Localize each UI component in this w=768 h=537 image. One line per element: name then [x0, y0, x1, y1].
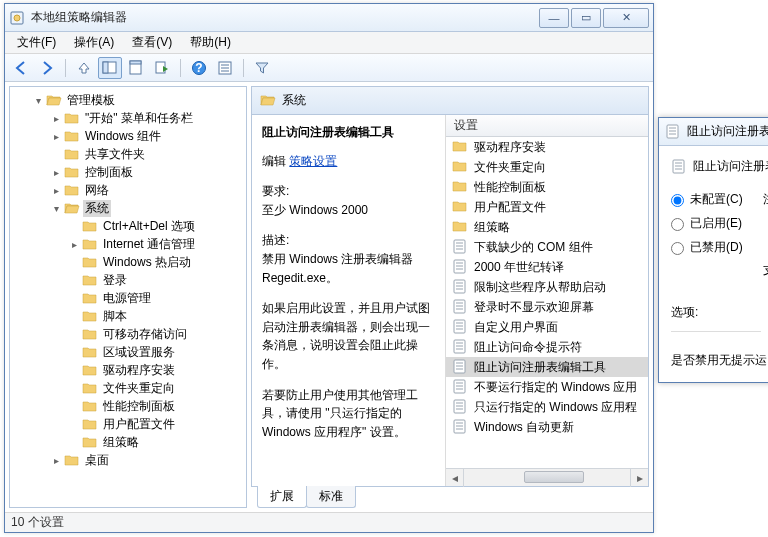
list-item-label: 登录时不显示欢迎屏幕: [474, 299, 594, 316]
tree-item-label: 管理模板: [65, 92, 117, 109]
tree-item[interactable]: ▸Windows 热启动: [10, 253, 246, 271]
tab-extended[interactable]: 扩展: [257, 486, 307, 508]
tree-item[interactable]: ▸Windows 组件: [10, 127, 246, 145]
tree-item[interactable]: ▸组策略: [10, 433, 246, 451]
menu-help[interactable]: 帮助(H): [182, 32, 239, 53]
expand-icon[interactable]: ▸: [50, 130, 62, 142]
list-item[interactable]: 用户配置文件: [446, 197, 648, 217]
annotation-label: 注: [763, 188, 768, 212]
status-text: 10 个设置: [11, 514, 64, 531]
scroll-thumb[interactable]: [524, 471, 584, 483]
properties-button[interactable]: [124, 57, 148, 79]
tree-item[interactable]: ▾系统: [10, 199, 246, 217]
export-button[interactable]: [150, 57, 174, 79]
tree-item[interactable]: ▸可移动存储访问: [10, 325, 246, 343]
view-tabs: 扩展 标准: [251, 486, 649, 508]
list-item[interactable]: 组策略: [446, 217, 648, 237]
dialog-titlebar: 阻止访问注册表: [659, 118, 768, 146]
tree-item[interactable]: ▸共享文件夹: [10, 145, 246, 163]
expand-icon[interactable]: ▸: [50, 454, 62, 466]
list-item[interactable]: 阻止访问注册表编辑工具: [446, 357, 648, 377]
menu-action[interactable]: 操作(A): [66, 32, 122, 53]
tree-item[interactable]: ▸区域设置服务: [10, 343, 246, 361]
tree-item[interactable]: ▸文件夹重定向: [10, 379, 246, 397]
policy-icon: [665, 124, 681, 140]
up-button[interactable]: [72, 57, 96, 79]
filter-button[interactable]: [250, 57, 274, 79]
collapse-icon[interactable]: ▾: [50, 202, 62, 214]
list-column-header[interactable]: 设置: [446, 115, 648, 137]
list-item[interactable]: Windows 自动更新: [446, 417, 648, 437]
minimize-button[interactable]: —: [539, 8, 569, 28]
back-button[interactable]: [9, 57, 33, 79]
radio-not-configured-input[interactable]: [671, 194, 684, 207]
option-text: 是否禁用无提示运: [671, 350, 768, 372]
tree-item[interactable]: ▸电源管理: [10, 289, 246, 307]
status-bar: 10 个设置: [5, 512, 653, 532]
maximize-button[interactable]: ▭: [571, 8, 601, 28]
show-tree-button[interactable]: [98, 57, 122, 79]
window-title: 本地组策略编辑器: [31, 9, 537, 26]
list-item[interactable]: 文件夹重定向: [446, 157, 648, 177]
expand-icon[interactable]: ▸: [50, 166, 62, 178]
tree-pane[interactable]: ▾管理模板▸"开始" 菜单和任务栏▸Windows 组件▸共享文件夹▸控制面板▸…: [9, 86, 247, 508]
tree-item[interactable]: ▸Ctrl+Alt+Del 选项: [10, 217, 246, 235]
list-item-label: 自定义用户界面: [474, 319, 558, 336]
scroll-left-button[interactable]: ◂: [446, 469, 464, 487]
list-item-label: 只运行指定的 Windows 应用程: [474, 399, 637, 416]
tree-item[interactable]: ▸脚本: [10, 307, 246, 325]
expand-icon[interactable]: ▸: [50, 112, 62, 124]
tree-item[interactable]: ▸用户配置文件: [10, 415, 246, 433]
tree-item[interactable]: ▸性能控制面板: [10, 397, 246, 415]
list-item[interactable]: 2000 年世纪转译: [446, 257, 648, 277]
radio-enabled-input[interactable]: [671, 218, 684, 231]
list-button[interactable]: [213, 57, 237, 79]
tree-item-label: 文件夹重定向: [101, 380, 177, 397]
supported-label: 支: [763, 260, 768, 282]
collapse-icon[interactable]: ▾: [32, 94, 44, 106]
list-item-label: 用户配置文件: [474, 199, 546, 216]
separator: [180, 59, 181, 77]
list-item[interactable]: 下载缺少的 COM 组件: [446, 237, 648, 257]
list-item[interactable]: 限制这些程序从帮助启动: [446, 277, 648, 297]
radio-not-configured[interactable]: 未配置(C): [671, 188, 743, 212]
list-item[interactable]: 阻止访问命令提示符: [446, 337, 648, 357]
folder-icon: [82, 363, 98, 377]
list-item[interactable]: 不要运行指定的 Windows 应用: [446, 377, 648, 397]
tree-item[interactable]: ▸桌面: [10, 451, 246, 469]
tree-item[interactable]: ▸驱动程序安装: [10, 361, 246, 379]
help-button[interactable]: [187, 57, 211, 79]
list-item[interactable]: 驱动程序安装: [446, 137, 648, 157]
scroll-right-button[interactable]: ▸: [630, 469, 648, 487]
expand-icon[interactable]: ▸: [50, 184, 62, 196]
radio-enabled[interactable]: 已启用(E): [671, 212, 743, 236]
radio-disabled[interactable]: 已禁用(D): [671, 236, 743, 260]
list-item[interactable]: 登录时不显示欢迎屏幕: [446, 297, 648, 317]
folder-icon: [82, 399, 98, 413]
list-item[interactable]: 自定义用户界面: [446, 317, 648, 337]
tree-item[interactable]: ▸登录: [10, 271, 246, 289]
radio-disabled-input[interactable]: [671, 242, 684, 255]
content-pane: 系统 阻止访问注册表编辑工具 编辑 策略设置 要求: 至少 Windows 20…: [251, 86, 649, 508]
menu-file[interactable]: 文件(F): [9, 32, 64, 53]
tree-item[interactable]: ▾管理模板: [10, 91, 246, 109]
close-button[interactable]: ✕: [603, 8, 649, 28]
policy-icon: [452, 299, 468, 315]
tab-standard[interactable]: 标准: [306, 486, 356, 508]
divider: [671, 331, 761, 332]
tree-item[interactable]: ▸"开始" 菜单和任务栏: [10, 109, 246, 127]
list-item[interactable]: 只运行指定的 Windows 应用程: [446, 397, 648, 417]
forward-button[interactable]: [35, 57, 59, 79]
policy-settings-link[interactable]: 策略设置: [289, 154, 337, 168]
tree-item[interactable]: ▸Internet 通信管理: [10, 235, 246, 253]
list-item[interactable]: 性能控制面板: [446, 177, 648, 197]
description-text-1: 禁用 Windows 注册表编辑器 Regedit.exe。: [262, 250, 435, 287]
expand-icon[interactable]: ▸: [68, 238, 80, 250]
horizontal-scrollbar[interactable]: ◂ ▸: [446, 468, 648, 486]
tree-item[interactable]: ▸网络: [10, 181, 246, 199]
tree-item-label: 用户配置文件: [101, 416, 177, 433]
tree-item-label: "开始" 菜单和任务栏: [83, 110, 195, 127]
tree-item[interactable]: ▸控制面板: [10, 163, 246, 181]
tree-item-label: 组策略: [101, 434, 141, 451]
menu-view[interactable]: 查看(V): [124, 32, 180, 53]
